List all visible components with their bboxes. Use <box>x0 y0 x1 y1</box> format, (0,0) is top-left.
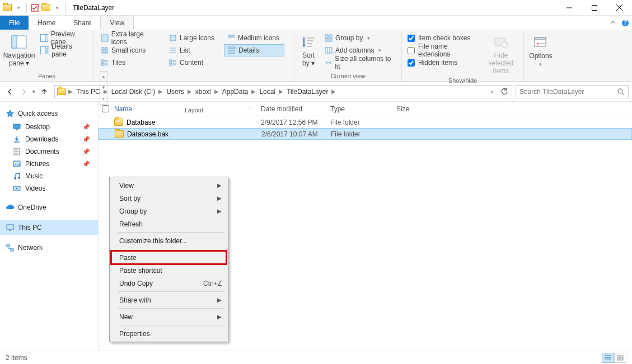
sidebar-item-documents[interactable]: Documents📌 <box>0 145 98 158</box>
tab-share[interactable]: Share <box>64 16 100 30</box>
sidebar-onedrive[interactable]: OneDrive <box>0 200 98 215</box>
file-name-extensions-toggle[interactable]: File name extensions <box>405 44 480 56</box>
breadcrumb-item[interactable]: Local Disk (C:) <box>109 88 158 96</box>
onedrive-icon <box>6 203 15 212</box>
layout-large-icons[interactable]: Large icons <box>166 32 222 44</box>
sidebar-item-pictures[interactable]: Pictures📌 <box>0 158 98 170</box>
chevron-right-icon[interactable]: ▶ <box>102 88 109 94</box>
chevron-right-icon: ▶ <box>217 208 222 214</box>
address-bar[interactable]: ▶ This PC▶ Local Disk (C:)▶ Users▶ xboxl… <box>54 85 512 98</box>
back-button[interactable] <box>6 87 15 96</box>
chevron-right-icon[interactable]: ▶ <box>250 88 257 94</box>
breadcrumb-item[interactable]: TileDataLayer <box>284 88 330 96</box>
sidebar-item-downloads[interactable]: Downloads📌 <box>0 133 98 145</box>
file-row[interactable]: Database.bak 2/6/2017 10:07 AM File fold… <box>99 128 632 140</box>
breadcrumb-item[interactable]: Local <box>257 88 278 96</box>
sidebar-item-desktop[interactable]: Desktop📌 <box>0 121 98 133</box>
layout-content[interactable]: Content <box>166 56 222 69</box>
group-by-button[interactable]: Group by▾ <box>321 32 398 44</box>
svg-point-74 <box>14 177 16 179</box>
refresh-button[interactable] <box>498 86 511 98</box>
folder-icon <box>114 119 123 126</box>
qat-customize-icon[interactable]: ▾ <box>52 3 62 13</box>
options-button[interactable]: Options▾ <box>527 32 554 68</box>
view-large-icons-button[interactable] <box>614 353 626 363</box>
tab-home[interactable]: Home <box>29 16 64 30</box>
sidebar-quick-access[interactable]: Quick access <box>0 106 98 121</box>
context-sort-by[interactable]: Sort by▶ <box>111 192 226 205</box>
column-date[interactable]: Date modified <box>256 102 326 116</box>
layout-small-icons[interactable]: Small icons <box>97 44 163 56</box>
layout-details[interactable]: Details <box>224 44 284 56</box>
maximize-button[interactable] <box>582 0 607 16</box>
up-button[interactable] <box>40 87 49 96</box>
forward-button[interactable] <box>19 87 28 96</box>
titlebar: ▾ ▾ TileDataLayer <box>0 0 632 16</box>
breadcrumb-item[interactable]: xboxl <box>193 88 213 96</box>
pin-icon: 📌 <box>82 160 90 168</box>
breadcrumb-item[interactable]: Users <box>164 88 186 96</box>
context-customize-folder[interactable]: Customize this folder... <box>111 234 226 247</box>
svg-rect-39 <box>228 47 235 49</box>
new-folder-qat-icon[interactable] <box>41 3 51 13</box>
svg-rect-86 <box>617 358 620 360</box>
column-size[interactable]: Size <box>392 102 437 116</box>
context-paste[interactable]: Paste <box>111 251 226 264</box>
hidden-items-toggle[interactable]: Hidden items <box>405 56 480 69</box>
context-new[interactable]: New▶ <box>111 310 226 323</box>
context-group-by[interactable]: Group by▶ <box>111 205 226 218</box>
search-input[interactable] <box>519 88 617 96</box>
sidebar-item-videos[interactable]: Videos <box>0 182 98 195</box>
context-undo-copy[interactable]: Undo CopyCtrl+Z <box>111 277 226 290</box>
context-refresh[interactable]: Refresh <box>111 218 226 230</box>
view-details-button[interactable] <box>602 353 614 363</box>
minimize-button[interactable] <box>556 0 582 16</box>
chevron-right-icon[interactable]: ▶ <box>67 88 74 94</box>
tab-view[interactable]: View <box>100 16 134 30</box>
properties-qat-icon[interactable] <box>30 3 40 13</box>
search-box[interactable] <box>516 85 629 98</box>
size-all-columns-button[interactable]: Size all columns to fit <box>321 56 398 69</box>
select-all-checkbox[interactable] <box>102 105 109 112</box>
breadcrumb-item[interactable]: AppData <box>220 88 251 96</box>
address-dropdown-button[interactable]: v <box>486 86 498 98</box>
chevron-right-icon[interactable]: ▶ <box>186 88 193 94</box>
search-icon[interactable] <box>617 88 625 96</box>
breadcrumb-item[interactable]: This PC <box>74 88 102 96</box>
layout-tiles[interactable]: Tiles <box>97 56 163 69</box>
context-properties[interactable]: Properties <box>111 327 226 340</box>
hide-selected-items-button[interactable]: Hide selecteditems <box>482 32 520 75</box>
qat-dropdown-icon[interactable]: ▾ <box>13 3 24 13</box>
help-icon[interactable]: ? <box>619 16 632 30</box>
layout-extra-large-icons[interactable]: Extra large icons <box>97 32 163 44</box>
close-button[interactable] <box>607 0 632 16</box>
svg-rect-37 <box>228 35 231 37</box>
recent-locations-button[interactable]: ▾ <box>32 89 35 94</box>
context-paste-shortcut[interactable]: Paste shortcut <box>111 264 226 277</box>
details-pane-button[interactable]: Details pane <box>37 44 90 56</box>
column-type[interactable]: Type <box>326 102 392 116</box>
sidebar-network[interactable]: Network <box>0 240 98 255</box>
layout-medium-icons[interactable]: Medium icons <box>224 32 284 44</box>
pin-icon: 📌 <box>82 148 90 155</box>
layout-scroll-up[interactable]: ▲ <box>100 71 107 82</box>
chevron-right-icon[interactable]: ▶ <box>157 88 164 94</box>
chevron-right-icon[interactable]: ▶ <box>330 88 337 94</box>
context-view[interactable]: View▶ <box>111 179 226 192</box>
separator <box>26 3 27 13</box>
sort-by-button[interactable]: Sortby ▾ <box>298 32 319 68</box>
svg-rect-31 <box>170 60 172 62</box>
chevron-right-icon[interactable]: ▶ <box>213 88 220 94</box>
layout-list[interactable]: List <box>166 44 222 56</box>
chevron-right-icon[interactable]: ▶ <box>278 88 284 94</box>
navigation-pane-button[interactable]: Navigationpane ▾ <box>3 32 35 68</box>
ribbon-collapse-icon[interactable] <box>607 16 619 30</box>
tab-file[interactable]: File <box>0 16 29 30</box>
file-row[interactable]: Database 2/9/2017 12:56 PM File folder <box>99 116 632 128</box>
sidebar-this-pc[interactable]: This PC <box>0 220 98 235</box>
svg-rect-38 <box>232 35 234 37</box>
context-share-with[interactable]: Share with▶ <box>111 294 226 306</box>
column-name[interactable]: Name˄ <box>112 102 256 116</box>
separator <box>118 249 225 249</box>
sidebar-item-music[interactable]: Music <box>0 170 98 182</box>
